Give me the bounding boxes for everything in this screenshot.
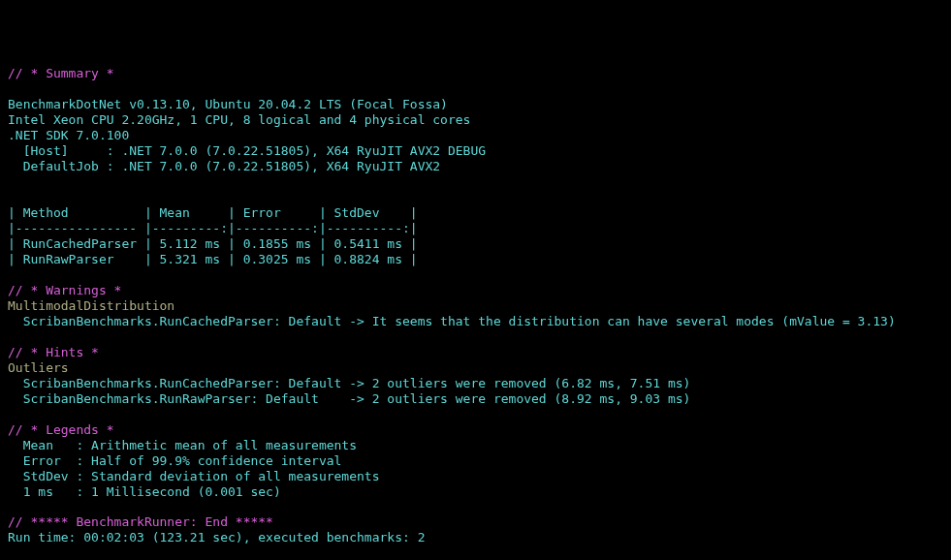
run-time: Run time: 00:02:03 (123.21 sec), execute… <box>8 530 425 544</box>
legends-heading: // * Legends * <box>8 422 114 437</box>
hints-line: ScribanBenchmarks.RunCachedParser: Defau… <box>8 376 690 390</box>
legend-line: StdDev : Standard deviation of all measu… <box>8 469 380 483</box>
warning-detail: ScribanBenchmarks.RunCachedParser: Defau… <box>8 314 896 328</box>
summary-line: BenchmarkDotNet v0.13.10, Ubuntu 20.04.2… <box>8 97 448 111</box>
summary-line: .NET SDK 7.0.100 <box>8 128 129 142</box>
summary-line: Intel Xeon CPU 2.20GHz, 1 CPU, 8 logical… <box>8 112 470 127</box>
table-separator: |---------------- |---------:|----------… <box>8 221 418 235</box>
hints-type: Outliers <box>8 360 69 375</box>
legend-line: Mean : Arithmetic mean of all measuremen… <box>8 438 357 452</box>
summary-line: DefaultJob : .NET 7.0.0 (7.0.22.51805), … <box>8 159 440 173</box>
warnings-heading: // * Warnings * <box>8 283 121 297</box>
summary-line: [Host] : .NET 7.0.0 (7.0.22.51805), X64 … <box>8 143 486 158</box>
summary-heading: // * Summary * <box>8 66 114 80</box>
table-row: | RunCachedParser | 5.112 ms | 0.1855 ms… <box>8 236 418 251</box>
table-row: | RunRawParser | 5.321 ms | 0.3025 ms | … <box>8 252 418 266</box>
warning-type: MultimodalDistribution <box>8 298 174 313</box>
runner-end-heading: // ***** BenchmarkRunner: End ***** <box>8 514 273 529</box>
hints-heading: // * Hints * <box>8 345 99 359</box>
legend-line: 1 ms : 1 Millisecond (0.001 sec) <box>8 484 281 499</box>
legend-line: Error : Half of 99.9% confidence interva… <box>8 453 341 468</box>
table-header: | Method | Mean | Error | StdDev | <box>8 205 418 220</box>
hints-line: ScribanBenchmarks.RunRawParser: Default … <box>8 391 690 406</box>
